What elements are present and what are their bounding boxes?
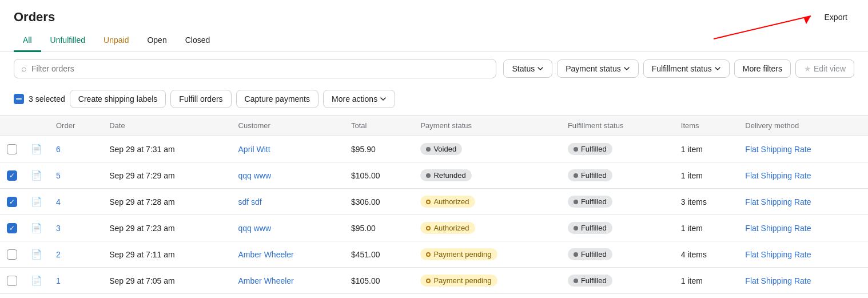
delivery-method-link[interactable]: Flat Shipping Rate: [745, 224, 811, 233]
selected-count: 3 selected: [29, 94, 65, 104]
tab-open[interactable]: Open: [138, 30, 176, 52]
doc-icon: 📄: [31, 276, 42, 285]
search-input[interactable]: [31, 64, 489, 73]
fulfillment-status-badge: Fulfilled: [568, 275, 612, 287]
edit-view-button[interactable]: ★ Edit view: [795, 59, 854, 78]
customer-name-link[interactable]: Amber Wheeler: [238, 250, 294, 259]
row-checkbox[interactable]: ✓: [7, 223, 17, 233]
more-actions-button[interactable]: More actions: [323, 90, 395, 108]
tab-bar: All Unfulfilled Unpaid Open Closed: [0, 30, 868, 52]
row-checkbox[interactable]: [7, 276, 17, 286]
order-items: 1 item: [674, 215, 739, 241]
customer-name-link[interactable]: sdf sdf: [238, 197, 262, 206]
order-number-link[interactable]: 2: [56, 250, 61, 259]
customer-name-link[interactable]: April Witt: [238, 145, 270, 154]
fulfillment-status-badge: Fulfilled: [568, 248, 612, 260]
col-order: Order: [49, 116, 102, 136]
order-number-link[interactable]: 1: [56, 276, 61, 285]
table-row: 📄 6 Sep 29 at 7:31 am April Witt $95.90 …: [0, 136, 868, 162]
chevron-down-icon: [623, 65, 630, 72]
export-button[interactable]: Export: [818, 9, 854, 25]
row-checkbox[interactable]: ✓: [7, 197, 17, 207]
order-date: Sep 29 at 7:05 am: [102, 268, 231, 294]
order-total: $105.00: [344, 162, 413, 189]
capture-payments-button[interactable]: Capture payments: [236, 90, 318, 108]
fulfill-orders-button[interactable]: Fulfill orders: [170, 90, 231, 108]
order-items: 1 item: [674, 136, 739, 162]
status-filter-button[interactable]: Status: [503, 59, 552, 78]
delivery-method-link[interactable]: Flat Shipping Rate: [745, 145, 811, 154]
order-total: $95.00: [344, 215, 413, 241]
order-number-link[interactable]: 5: [56, 171, 61, 180]
fulfillment-status-badge: Fulfilled: [568, 169, 612, 181]
more-filters-button[interactable]: More filters: [734, 59, 791, 78]
table-row: 📄 1 Sep 29 at 7:05 am Amber Wheeler $105…: [0, 268, 868, 294]
doc-icon: 📄: [31, 249, 42, 259]
order-date: Sep 29 at 7:23 am: [102, 215, 231, 241]
order-total: $451.00: [344, 241, 413, 268]
delivery-method-link[interactable]: Flat Shipping Rate: [745, 171, 811, 180]
filter-buttons: Status Payment status Fulfillment status…: [503, 59, 854, 78]
table-row: ✓ 📄 4 Sep 29 at 7:28 am sdf sdf $306.00 …: [0, 189, 868, 215]
order-items: 4 items: [674, 241, 739, 268]
col-date: Date: [102, 116, 231, 136]
col-delivery: Delivery method: [738, 116, 868, 136]
doc-icon: 📄: [31, 170, 42, 180]
star-icon: ★: [804, 64, 811, 73]
chevron-down-icon: [380, 96, 387, 102]
chevron-down-icon: [714, 65, 721, 72]
search-wrap: ⌕: [14, 59, 496, 78]
delivery-method-link[interactable]: Flat Shipping Rate: [745, 250, 811, 259]
order-items: 3 items: [674, 189, 739, 215]
doc-icon: 📄: [31, 197, 42, 206]
delivery-method-link[interactable]: Flat Shipping Rate: [745, 276, 811, 285]
row-checkbox[interactable]: [7, 144, 17, 154]
order-number-link[interactable]: 6: [56, 145, 61, 154]
order-items: 1 item: [674, 268, 739, 294]
create-shipping-labels-button[interactable]: Create shipping labels: [70, 90, 166, 108]
page-title: Orders: [14, 10, 55, 25]
order-date: Sep 29 at 7:28 am: [102, 189, 231, 215]
payment-status-badge: Payment pending: [420, 248, 497, 260]
delivery-method-link[interactable]: Flat Shipping Rate: [745, 197, 811, 206]
order-total: $306.00: [344, 189, 413, 215]
customer-name-link[interactable]: Amber Wheeler: [238, 276, 294, 285]
payment-status-badge: Authorized: [420, 196, 475, 208]
doc-icon: 📄: [31, 144, 42, 154]
col-total: Total: [344, 116, 413, 136]
customer-name-link[interactable]: qqq www: [238, 171, 272, 180]
payment-status-badge: Voided: [420, 143, 462, 155]
fulfillment-status-badge: Fulfilled: [568, 222, 612, 234]
tab-all[interactable]: All: [14, 30, 41, 52]
select-all-checkbox[interactable]: [14, 94, 24, 104]
customer-name-link[interactable]: qqq www: [238, 224, 272, 233]
order-items: 1 item: [674, 162, 739, 189]
tab-unpaid[interactable]: Unpaid: [94, 30, 138, 52]
col-payment-status: Payment status: [413, 116, 561, 136]
toolbar: ⌕ Status Payment status Fulfillment stat…: [0, 52, 868, 85]
payment-status-filter-button[interactable]: Payment status: [557, 59, 639, 78]
fulfillment-status-filter-button[interactable]: Fulfillment status: [643, 59, 730, 78]
row-checkbox[interactable]: [7, 249, 17, 260]
doc-icon: 📄: [31, 223, 42, 233]
payment-status-badge: Payment pending: [420, 275, 497, 287]
table-row: 📄 2 Sep 29 at 7:11 am Amber Wheeler $451…: [0, 241, 868, 268]
table-row: ✓ 📄 5 Sep 29 at 7:29 am qqq www $105.00 …: [0, 162, 868, 189]
fulfillment-status-badge: Fulfilled: [568, 196, 612, 208]
order-number-link[interactable]: 3: [56, 224, 61, 233]
order-date: Sep 29 at 7:31 am: [102, 136, 231, 162]
order-total: $95.90: [344, 136, 413, 162]
row-checkbox[interactable]: ✓: [7, 170, 17, 181]
chevron-down-icon: [537, 65, 544, 72]
order-date: Sep 29 at 7:29 am: [102, 162, 231, 189]
payment-status-badge: Authorized: [420, 222, 475, 234]
action-bar: 3 selected Create shipping labels Fulfil…: [0, 85, 868, 115]
tab-unfulfilled[interactable]: Unfulfilled: [41, 30, 94, 52]
order-number-link[interactable]: 4: [56, 197, 61, 206]
tab-closed[interactable]: Closed: [176, 30, 220, 52]
order-total: $105.00: [344, 268, 413, 294]
col-customer: Customer: [232, 116, 344, 136]
col-items: Items: [674, 116, 739, 136]
fulfillment-status-badge: Fulfilled: [568, 143, 612, 155]
search-icon: ⌕: [21, 63, 27, 74]
